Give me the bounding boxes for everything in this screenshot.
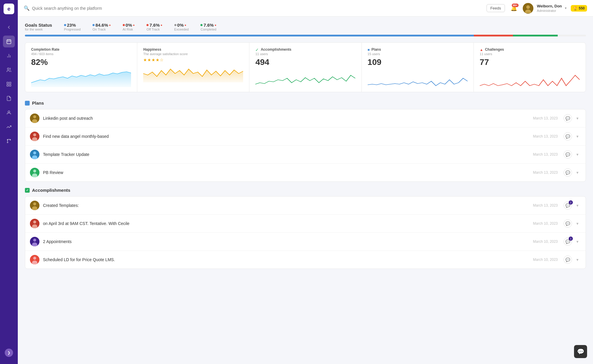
goals-offtrack-value: 7.6% ● bbox=[146, 23, 162, 28]
goals-progress-bar bbox=[25, 35, 586, 36]
expand-button[interactable]: ▾ bbox=[574, 220, 581, 227]
svg-rect-0 bbox=[7, 40, 11, 44]
comment-badge: 1 bbox=[569, 237, 573, 241]
goals-completed-label: Completed bbox=[200, 28, 216, 31]
list-item[interactable]: Template Tracker Update March 13, 2023 💬… bbox=[25, 146, 586, 164]
progress-empty bbox=[558, 35, 586, 36]
metric-plans-value: 109 bbox=[368, 58, 468, 67]
metric-completion-value: 82% bbox=[31, 58, 131, 67]
plans-section-icon bbox=[25, 101, 30, 106]
sidebar-item-profile[interactable] bbox=[3, 107, 15, 119]
sidebar-item-analytics[interactable] bbox=[3, 50, 15, 62]
expand-button[interactable]: ▾ bbox=[574, 238, 581, 245]
sidebar-item-users[interactable] bbox=[3, 64, 15, 76]
list-item-actions: 💬 1 ▾ bbox=[564, 237, 581, 246]
list-item-actions: 💬 ▾ bbox=[564, 150, 581, 159]
goals-stat-offtrack: 7.6% ● Off Track bbox=[146, 23, 162, 31]
notifications-badge: 99+ bbox=[512, 4, 519, 7]
svg-point-33 bbox=[33, 202, 36, 205]
goals-ontrack-dot bbox=[93, 24, 95, 26]
list-item[interactable]: Created Templates: March 13, 2023 💬 2 ▾ bbox=[25, 197, 586, 215]
list-item-text: Find new data angel monthly-based bbox=[43, 134, 530, 139]
list-item-date: March 13, 2023 bbox=[533, 152, 558, 157]
metric-completion-title: Completion Rate bbox=[31, 47, 131, 52]
expand-button[interactable]: ▾ bbox=[574, 202, 581, 209]
avatar bbox=[30, 132, 39, 141]
expand-button[interactable]: ▾ bbox=[574, 133, 581, 140]
sidebar-item-grid[interactable] bbox=[3, 78, 15, 90]
comment-button[interactable]: 💬 bbox=[564, 168, 572, 177]
svg-point-18 bbox=[526, 5, 530, 9]
sidebar-expand-button[interactable]: ❯ bbox=[5, 349, 13, 357]
list-item-text: 2 Appointments bbox=[43, 239, 530, 244]
avatar bbox=[30, 255, 39, 264]
list-item[interactable]: 2 Appointments March 10, 2023 💬 1 ▾ bbox=[25, 233, 586, 251]
search-input[interactable] bbox=[32, 6, 121, 11]
list-item-date: March 13, 2023 bbox=[533, 203, 558, 207]
avatar bbox=[30, 201, 39, 210]
list-item-text: PB Review bbox=[43, 170, 530, 175]
plans-list: Linkedin post and outreach March 13, 202… bbox=[25, 109, 586, 182]
comment-button[interactable]: 💬 bbox=[564, 132, 572, 141]
sidebar: e ❯ bbox=[0, 0, 18, 364]
goals-title-text: Goals Status bbox=[25, 23, 52, 28]
list-item-date: March 10, 2023 bbox=[533, 221, 558, 226]
list-item[interactable]: Linkedin post and outreach March 13, 202… bbox=[25, 109, 586, 127]
metric-plans-title: Plans bbox=[372, 47, 381, 52]
comment-button[interactable]: 💬 1 bbox=[564, 237, 572, 246]
avatar bbox=[30, 168, 39, 177]
user-info[interactable]: Welborn, Don Administrator ▼ bbox=[537, 4, 567, 13]
list-item-actions: 💬 ▾ bbox=[564, 132, 581, 141]
goals-offtrack-label: Off Track bbox=[146, 28, 162, 31]
list-item[interactable]: on April 3rd at 9AM CST. Tentative. With… bbox=[25, 215, 586, 233]
list-item[interactable]: Scheduled LD for for Price Quote LMS. Ma… bbox=[25, 251, 586, 269]
sidebar-item-reports[interactable] bbox=[3, 92, 15, 104]
search-icon: 🔍 bbox=[24, 5, 30, 11]
expand-button[interactable]: ▾ bbox=[574, 256, 581, 263]
goals-stat-atrisk: 0% ● At Risk bbox=[123, 23, 135, 31]
trophy-badge: 🏆 550 bbox=[571, 5, 587, 12]
avatar bbox=[30, 114, 39, 123]
page-body: Goals Status for the week 23% Progressed… bbox=[18, 17, 593, 364]
svg-point-13 bbox=[7, 142, 8, 143]
comment-button[interactable]: 💬 bbox=[564, 219, 572, 228]
sidebar-item-growth[interactable] bbox=[3, 121, 15, 133]
comment-button[interactable]: 💬 2 bbox=[564, 201, 572, 210]
expand-button[interactable]: ▾ bbox=[574, 151, 581, 158]
app-logo[interactable]: e bbox=[4, 4, 14, 14]
goals-stat-completed: 7.6% ● Completed bbox=[200, 23, 216, 31]
goals-completed-dot bbox=[200, 24, 203, 26]
chat-button[interactable]: 💬 bbox=[574, 345, 587, 358]
comment-button[interactable]: 💬 bbox=[564, 256, 572, 264]
metric-challenges-chart bbox=[480, 69, 580, 87]
svg-rect-10 bbox=[7, 85, 8, 86]
list-item-date: March 13, 2023 bbox=[533, 116, 558, 120]
list-item-date: March 13, 2023 bbox=[533, 134, 558, 138]
comment-button[interactable]: 💬 bbox=[564, 150, 572, 159]
progress-blue bbox=[25, 35, 474, 36]
metric-accomplishments-icon: ✓ bbox=[255, 47, 259, 52]
sidebar-item-branches[interactable] bbox=[3, 135, 15, 147]
goals-exceeded-dot bbox=[174, 24, 176, 26]
goals-progressed-dot bbox=[64, 24, 66, 26]
sidebar-item-back[interactable] bbox=[3, 21, 15, 33]
comment-button[interactable]: 💬 bbox=[564, 114, 572, 122]
feeds-button[interactable]: Feeds bbox=[487, 4, 505, 12]
list-item[interactable]: Find new data angel monthly-based March … bbox=[25, 127, 586, 146]
svg-rect-8 bbox=[7, 82, 8, 84]
expand-button[interactable]: ▾ bbox=[574, 169, 581, 176]
goals-stat-progressed: 23% Progressed bbox=[64, 23, 81, 31]
sidebar-item-calendar[interactable] bbox=[3, 36, 15, 47]
accomplishments-section-heading: ✓ Accomplishments bbox=[25, 188, 586, 193]
list-item-actions: 💬 ▾ bbox=[564, 219, 581, 228]
topbar-right: Feeds 🔔 99+ Welborn, Don Administrator ▼ bbox=[487, 3, 587, 14]
expand-button[interactable]: ▾ bbox=[574, 115, 581, 122]
goals-completed-value: 7.6% ● bbox=[200, 23, 216, 28]
notifications-button[interactable]: 🔔 99+ bbox=[508, 3, 519, 14]
list-item[interactable]: PB Review March 13, 2023 💬 ▾ bbox=[25, 164, 586, 181]
accomplishments-section-title: Accomplishments bbox=[32, 188, 70, 193]
svg-point-42 bbox=[33, 257, 36, 260]
metric-accomplishments-title: Accomplishments bbox=[261, 47, 291, 52]
goals-exceeded-value: 0% ● bbox=[174, 23, 189, 28]
metric-card-plans: ■ Plans 15 users 109 bbox=[362, 43, 474, 92]
